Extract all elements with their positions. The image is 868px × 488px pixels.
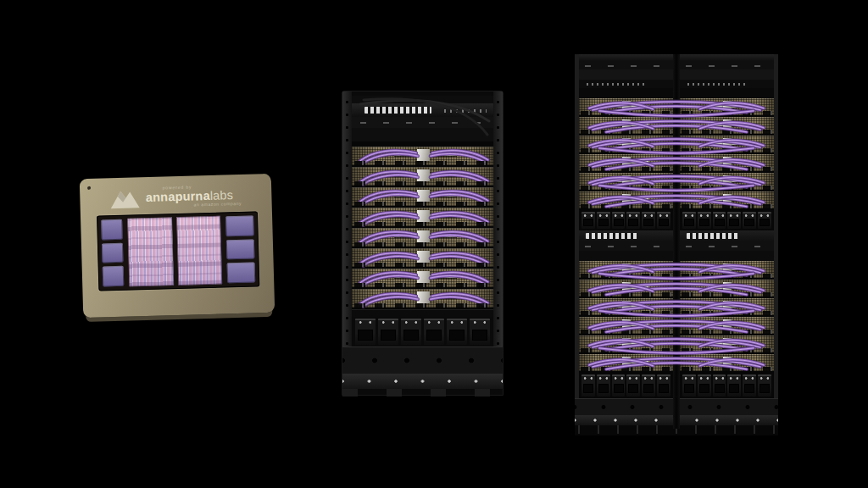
cable-bundle [352,269,495,289]
switch-unit [579,241,673,251]
server-tray [579,280,673,298]
rack-feet [342,389,503,396]
tray-connector [622,319,631,330]
psu-row [579,373,673,398]
psu-shelf-header [352,309,493,317]
server-bezel [579,69,673,80]
tray-connector [723,338,732,348]
psu-module [612,374,626,396]
psu-module [597,374,610,396]
psu-module [401,319,421,345]
psu-module [682,374,696,396]
switch-unit [680,241,774,251]
server-tray [680,298,774,317]
psu-module [581,212,595,229]
tray-connector [622,263,631,274]
server-tray [680,336,774,354]
tray-stack-upper [680,98,774,210]
server-tray [680,117,774,136]
logo-text-block: powered by annapurnalabs an amazon compa… [146,184,245,209]
psu-row [680,373,774,398]
server-tray [680,136,774,154]
cable-bundle [352,187,495,208]
server-tray [680,280,774,298]
server-tray [680,261,774,280]
psu-module [424,319,444,345]
server-tray [579,261,673,280]
blank-panel [680,88,774,98]
tray-connector [622,194,631,204]
tray-connector [723,357,732,367]
tray-stack-upper [579,98,673,210]
tray-connector [723,194,732,204]
server-tray [352,228,493,248]
cable-bundle [352,228,495,248]
hbm-stack-column-right [225,215,255,283]
cable-bundle [352,208,495,228]
tray-stack-lower [680,261,774,373]
server-tray [352,289,493,309]
cable-bundle [352,147,495,167]
psu-module [657,212,670,229]
psu-row [680,210,774,230]
rack-rail-right [774,54,778,425]
tray-connector [622,357,631,367]
blank-panel [579,88,673,98]
psu-module [581,374,595,396]
server-tray [579,154,673,173]
server-tray [579,98,673,117]
server-tray [579,117,673,136]
tray-connector [723,282,732,292]
switch-led-row [680,80,774,88]
psu-module [713,212,726,229]
tray-connector [723,157,732,167]
psu-module [470,319,490,345]
psu-module [743,212,756,229]
psu-module [758,374,771,396]
psu-module [682,212,696,229]
network-switch [680,230,774,241]
hbm-stack-column-left [101,219,124,287]
psu-module [642,212,655,229]
server-bezel [680,69,774,80]
server-tray [579,173,673,191]
tray-connector [622,282,631,292]
psu-module [743,374,756,396]
compute-die [127,217,174,286]
psu-row [352,317,493,347]
tray-connector [723,175,732,186]
compute-die-area [127,216,222,287]
rack-bottom-rail [342,374,503,389]
psu-module [378,319,398,345]
patch-panel [579,251,673,261]
switch-unit [579,61,673,69]
tray-connector [723,119,732,130]
hbm-memory-stack [225,215,254,236]
cable-bundle [352,248,495,269]
top-cable-loops [352,96,495,143]
psu-module [657,374,670,396]
psu-module [355,319,376,345]
tray-connector [622,175,631,186]
compute-die [176,216,223,286]
mountain-logo-icon [108,187,141,209]
photo-stage: powered by annapurnalabs an amazon compa… [0,0,868,488]
tray-connector [723,138,732,148]
ai-accelerator-chip: powered by annapurnalabs an amazon compa… [80,174,275,318]
server-tray [579,136,673,154]
tray-connector [622,301,631,311]
hbm-memory-stack [103,266,125,286]
psu-module [626,212,640,229]
psu-row [579,210,673,230]
server-tray [352,208,493,228]
rack-base-panel [342,347,503,374]
tray-stack-lower [579,261,673,373]
server-rack-double [575,54,778,435]
tray-connector [622,157,631,167]
psu-module [447,319,467,345]
server-tray [680,98,774,117]
psu-module [698,374,711,396]
hbm-memory-stack [102,242,124,263]
server-tray [579,191,673,210]
server-tray [579,336,673,354]
